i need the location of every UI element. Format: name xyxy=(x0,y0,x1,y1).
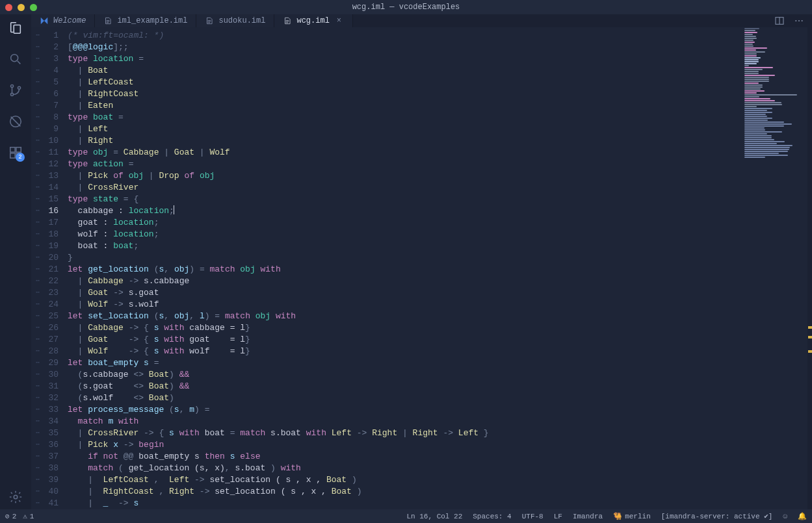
code-line[interactable]: | Right xyxy=(68,135,734,147)
code-line[interactable]: type boat = xyxy=(68,112,734,123)
line-number[interactable]: 22 xyxy=(44,275,59,287)
line-number[interactable]: 36 xyxy=(44,439,59,451)
code-line[interactable]: | Pick x -> begin xyxy=(68,439,734,451)
cursor-position[interactable]: Ln 16, Col 22 xyxy=(401,512,467,520)
codelens-hint-icon[interactable]: ⋯ xyxy=(31,463,44,474)
codelens-hint-icon[interactable]: ⋯ xyxy=(31,369,44,381)
tab-welcome[interactable]: Welcome xyxy=(31,14,95,27)
code-line[interactable]: } xyxy=(68,252,734,264)
codelens-hint-icon[interactable]: ⋯ xyxy=(31,264,44,275)
line-number[interactable]: 14 xyxy=(44,182,59,194)
code-line[interactable]: goat : location; xyxy=(68,217,734,229)
code-line[interactable]: | Pick of obj | Drop of obj xyxy=(68,170,734,182)
codelens-hint-icon[interactable]: ⋯ xyxy=(31,474,44,486)
code-line[interactable]: | Goat -> s.goat xyxy=(68,287,734,299)
warning-marker[interactable] xyxy=(808,326,812,329)
codelens-hint-icon[interactable]: ⋯ xyxy=(31,194,44,205)
codelens-hint-icon[interactable]: ⋯ xyxy=(31,170,44,182)
code-line[interactable]: (* vim:ft=ocaml: *) xyxy=(68,30,734,42)
codelens-hint-icon[interactable]: ⋯ xyxy=(31,334,44,346)
codelens-hint-icon[interactable]: ⋯ xyxy=(31,275,44,287)
line-number[interactable]: 5 xyxy=(44,77,59,88)
codelens-hint-icon[interactable]: ⋯ xyxy=(31,30,44,42)
codelens-hint-icon[interactable]: ⋯ xyxy=(31,439,44,451)
code-line[interactable]: | Boat xyxy=(68,65,734,77)
line-number[interactable]: 26 xyxy=(44,322,59,334)
minimize-window-icon[interactable] xyxy=(18,4,25,11)
line-number[interactable]: 11 xyxy=(44,147,59,159)
code-line[interactable]: | Left xyxy=(68,123,734,135)
more-actions-icon[interactable] xyxy=(794,16,804,26)
codelens-hint-icon[interactable]: ⋯ xyxy=(31,311,44,322)
line-number[interactable]: 15 xyxy=(44,194,59,205)
line-number[interactable]: 8 xyxy=(44,112,59,123)
search-icon[interactable] xyxy=(7,51,24,68)
codelens-hint-icon[interactable]: ⋯ xyxy=(31,404,44,416)
line-number[interactable]: 3 xyxy=(44,53,59,65)
line-number[interactable]: 12 xyxy=(44,159,59,170)
encoding[interactable]: UTF-8 xyxy=(517,512,549,520)
code-line[interactable]: | Wolf -> s.wolf xyxy=(68,299,734,311)
line-number[interactable]: 30 xyxy=(44,369,59,381)
line-number[interactable]: 6 xyxy=(44,88,59,100)
line-number[interactable]: 33 xyxy=(44,404,59,416)
warning-marker[interactable] xyxy=(808,350,812,353)
code-line[interactable]: | Wolf -> { s with wolf = l} xyxy=(68,346,734,357)
minimap[interactable] xyxy=(740,27,812,509)
line-number[interactable]: 28 xyxy=(44,346,59,357)
codelens-hint-icon[interactable]: ⋯ xyxy=(31,346,44,357)
merlin-status[interactable]: 🐫 merlin xyxy=(608,512,656,520)
codelens-hint-icon[interactable]: ⋯ xyxy=(31,392,44,404)
code-line[interactable]: (s.wolf <> Boat) xyxy=(68,392,734,404)
code-line[interactable]: type action = xyxy=(68,159,734,170)
codelens-hint-icon[interactable]: ⋯ xyxy=(31,299,44,311)
codelens-hint-icon[interactable]: ⋯ xyxy=(31,182,44,194)
line-number[interactable]: 2 xyxy=(44,42,59,53)
code-line[interactable]: match ( get_location (s, x), s.boat ) wi… xyxy=(68,463,734,474)
code-line[interactable]: wolf : location; xyxy=(68,229,734,240)
line-number[interactable]: 4 xyxy=(44,65,59,77)
code-line[interactable]: | LeftCoast xyxy=(68,77,734,88)
errors-indicator[interactable]: ⊘ 2 ⚠ 1 xyxy=(0,512,39,520)
code-line[interactable]: match m with xyxy=(68,416,734,427)
code-editor[interactable]: ⋯⋯⋯⋯⋯⋯⋯⋯⋯⋯⋯⋯⋯⋯⋯⋯⋯⋯⋯⋯⋯⋯⋯⋯⋯⋯⋯⋯⋯⋯⋯⋯⋯⋯⋯⋯⋯⋯⋯⋯… xyxy=(31,27,740,509)
code-line[interactable]: type state = { xyxy=(68,194,734,205)
tab-iml-example[interactable]: iml_example.iml xyxy=(95,14,196,27)
code-line[interactable]: (s.goat <> Boat) && xyxy=(68,381,734,392)
code-line[interactable]: | CrossRiver -> { s with boat = match s.… xyxy=(68,427,734,439)
language-mode[interactable]: Imandra xyxy=(568,512,608,520)
line-number[interactable]: 21 xyxy=(44,264,59,275)
code-line[interactable]: let set_location (s, obj, l) = match obj… xyxy=(68,311,734,322)
code-line[interactable]: if not @@ boat_empty s then s else xyxy=(68,451,734,463)
line-number[interactable]: 38 xyxy=(44,463,59,474)
code-line[interactable]: type location = xyxy=(68,53,734,65)
codelens-hint-icon[interactable]: ⋯ xyxy=(31,486,44,498)
codelens-hint-icon[interactable]: ⋯ xyxy=(31,287,44,299)
codelens-hint-icon[interactable]: ⋯ xyxy=(31,135,44,147)
codelens-hint-icon[interactable]: ⋯ xyxy=(31,322,44,334)
notifications-icon[interactable]: 🔔 xyxy=(792,512,812,520)
code-line[interactable]: | Cabbage -> s.cabbage xyxy=(68,275,734,287)
codelens-hint-icon[interactable]: ⋯ xyxy=(31,252,44,264)
line-number[interactable]: 17 xyxy=(44,217,59,229)
line-number[interactable]: 9 xyxy=(44,123,59,135)
codelens-hint-icon[interactable]: ⋯ xyxy=(31,65,44,77)
codelens-hint-icon[interactable]: ⋯ xyxy=(31,88,44,100)
line-number[interactable]: 10 xyxy=(44,135,59,147)
code-line[interactable]: | CrossRiver xyxy=(68,182,734,194)
code-line[interactable]: | Cabbage -> { s with cabbage = l} xyxy=(68,322,734,334)
line-number[interactable]: 35 xyxy=(44,427,59,439)
code-line[interactable]: let process_message (s, m) = xyxy=(68,404,734,416)
indentation[interactable]: Spaces: 4 xyxy=(467,512,516,520)
line-number[interactable]: 27 xyxy=(44,334,59,346)
code-line[interactable]: let boat_empty s = xyxy=(68,357,734,369)
codelens-hint-icon[interactable]: ⋯ xyxy=(31,77,44,88)
code-line[interactable]: | Eaten xyxy=(68,100,734,112)
codelens-hint-icon[interactable]: ⋯ xyxy=(31,229,44,240)
line-number[interactable]: 13 xyxy=(44,170,59,182)
codelens-hint-icon[interactable]: ⋯ xyxy=(31,147,44,159)
line-number[interactable]: 19 xyxy=(44,240,59,252)
codelens-hint-icon[interactable]: ⋯ xyxy=(31,498,44,509)
settings-icon[interactable] xyxy=(7,489,24,505)
line-number[interactable]: 34 xyxy=(44,416,59,427)
